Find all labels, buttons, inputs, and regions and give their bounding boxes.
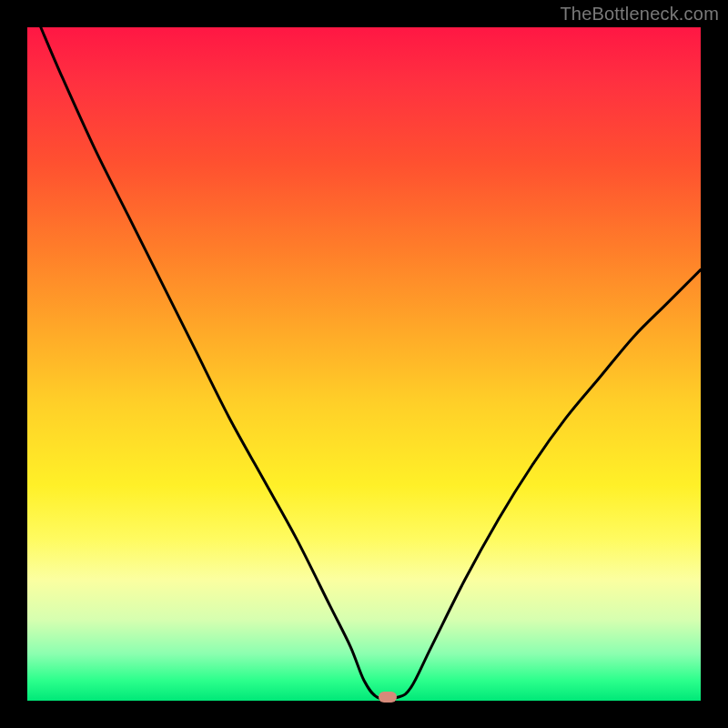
bottleneck-curve (27, 27, 701, 701)
watermark-text: TheBottleneck.com (560, 4, 719, 25)
chart-plot-area (27, 27, 701, 701)
chart-frame: TheBottleneck.com (0, 0, 728, 728)
optimum-marker (379, 692, 397, 703)
